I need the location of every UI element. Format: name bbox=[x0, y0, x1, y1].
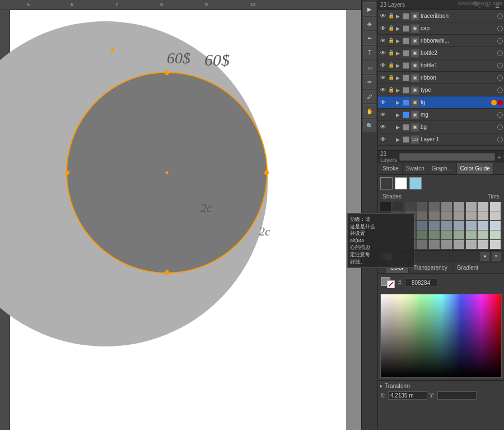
tool-hand[interactable]: ✋ bbox=[363, 104, 376, 118]
layer-eye-fg[interactable]: 👁 bbox=[379, 99, 387, 107]
y-input[interactable] bbox=[437, 391, 477, 400]
swatch-cell[interactable] bbox=[478, 202, 488, 211]
swatch-cell[interactable] bbox=[429, 240, 440, 249]
tool-shape[interactable]: ▭ bbox=[363, 61, 376, 74]
swatch-cell[interactable] bbox=[441, 211, 452, 220]
layer-lock-bottle2[interactable]: 🔒 bbox=[388, 50, 395, 57]
swatch-cell[interactable] bbox=[429, 230, 440, 239]
layer-eye-bottle2[interactable]: 👁 bbox=[379, 49, 387, 57]
swatch-cell[interactable] bbox=[417, 221, 427, 230]
swatch-cell[interactable] bbox=[466, 240, 477, 249]
layer-row-bottle1[interactable]: 👁 🔒 ▶ ▣ bottle1 bbox=[378, 59, 504, 72]
layer-row-type[interactable]: 👁 🔒 ▶ ▣ type bbox=[378, 84, 504, 96]
layer-eye-traceribbon[interactable]: 👁 bbox=[379, 12, 387, 20]
tool-eyedrop[interactable]: 🖊 bbox=[363, 90, 376, 103]
swatch-white[interactable] bbox=[395, 177, 407, 189]
layer-arrow-ribbonwhi[interactable]: ▶ bbox=[396, 38, 402, 44]
layer-eye-type[interactable]: 👁 bbox=[379, 86, 387, 94]
tool-pen[interactable]: ✒ bbox=[363, 31, 376, 45]
canvas-area[interactable]: 5 6 7 8 9 10 60$ 2c bbox=[0, 0, 361, 430]
swatch-cell[interactable] bbox=[417, 230, 427, 239]
tab-color-guide[interactable]: Color Guide bbox=[457, 163, 494, 174]
swatch-cell[interactable] bbox=[490, 221, 501, 230]
layer-eye-mg[interactable]: 👁 bbox=[379, 111, 387, 119]
swatch-cell[interactable] bbox=[466, 211, 477, 220]
swatch-cell[interactable] bbox=[405, 202, 416, 211]
layer-eye-ribbonwhi[interactable]: 👁 bbox=[379, 37, 387, 45]
layer-row-ribbon[interactable]: 👁 🔒 ▶ ▣ ribbon bbox=[378, 72, 504, 84]
tool-type[interactable]: T bbox=[363, 46, 376, 59]
swatch-cell[interactable] bbox=[454, 211, 464, 220]
layer-row-bottle2[interactable]: 👁 🔒 ▶ ▣ bottle2 bbox=[378, 47, 504, 59]
tool-brush[interactable]: ✏ bbox=[363, 75, 376, 89]
swatch-cell[interactable] bbox=[417, 240, 427, 249]
tool-zoom[interactable]: 🔍 bbox=[363, 119, 376, 132]
swatch-cell[interactable] bbox=[417, 202, 427, 211]
swatch-cell[interactable] bbox=[490, 202, 501, 211]
swatch-cell[interactable] bbox=[429, 202, 440, 211]
tab-stroke[interactable]: Stroke bbox=[379, 163, 403, 174]
layer-row-fg[interactable]: 👁 🔒 ▶ ▣ fg bbox=[378, 96, 504, 109]
swatch-cell[interactable] bbox=[429, 221, 440, 230]
layer-lock-ribbonwhi[interactable]: 🔒 bbox=[388, 38, 395, 44]
swatch-light-blue[interactable] bbox=[409, 177, 422, 189]
swatch-cell[interactable] bbox=[417, 211, 427, 220]
layer-eye-bg[interactable]: 👁 bbox=[379, 123, 387, 131]
inner-circle[interactable] bbox=[66, 72, 268, 274]
tab-swatch[interactable]: Swatch bbox=[403, 163, 428, 174]
layer-lock-ribbon[interactable]: 🔒 bbox=[388, 75, 395, 81]
layer-arrow-layer1[interactable]: ▶ bbox=[396, 137, 402, 142]
layer-arrow-bottle2[interactable]: ▶ bbox=[396, 50, 402, 56]
tool-select[interactable]: ▶ bbox=[363, 2, 376, 16]
layer-row-mg[interactable]: 👁 🔒 ▶ ▣ mg bbox=[378, 109, 504, 121]
swatch-cell[interactable] bbox=[441, 221, 452, 230]
layer-arrow-mg[interactable]: ▶ bbox=[396, 112, 402, 118]
swatch-cell[interactable] bbox=[454, 202, 464, 211]
layer-row-bg[interactable]: 👁 🔒 ▶ ▣ bg bbox=[378, 121, 504, 133]
layer-lock-type[interactable]: 🔒 bbox=[388, 87, 395, 94]
layer-row-layer1[interactable]: 👁 🔒 ▶ 123 Layer 1 bbox=[378, 133, 504, 146]
layer-arrow-fg[interactable]: ▶ bbox=[396, 100, 402, 105]
layer-row-ribbonwhi[interactable]: 👁 🔒 ▶ ▣ ribbonwhi... bbox=[378, 35, 504, 47]
layer-arrow-bg[interactable]: ▶ bbox=[396, 124, 402, 130]
swatch-cell[interactable] bbox=[454, 221, 464, 230]
swatch-cell[interactable] bbox=[478, 221, 488, 230]
transform-header[interactable]: ▸ Transform bbox=[380, 383, 502, 389]
swatch-cell[interactable] bbox=[393, 202, 403, 211]
swatch-cell[interactable] bbox=[441, 230, 452, 239]
swatch-cell[interactable] bbox=[490, 211, 501, 220]
swatch-cell[interactable] bbox=[441, 202, 452, 211]
layer-arrow-type[interactable]: ▶ bbox=[396, 87, 402, 93]
tab-transparency[interactable]: Transparency bbox=[409, 262, 452, 273]
layers-list[interactable]: 👁 🔒 ▶ ▣ traceribbon 👁 🔒 ▶ ▣ cap 👁 🔒 ▶ ▣ … bbox=[378, 10, 504, 150]
swatch-cell[interactable] bbox=[478, 240, 488, 249]
swatch-cell[interactable] bbox=[478, 211, 488, 220]
layer-eye-ribbon[interactable]: 👁 bbox=[379, 74, 387, 82]
new-layer-icon[interactable]: + bbox=[497, 152, 501, 161]
layer-arrow-traceribbon[interactable]: ▶ bbox=[396, 13, 402, 19]
layer-eye-layer1[interactable]: 👁 bbox=[379, 136, 387, 144]
layer-lock-bottle1[interactable]: 🔒 bbox=[388, 62, 395, 69]
layer-eye-cap[interactable]: 👁 bbox=[379, 25, 387, 33]
x-input[interactable] bbox=[388, 391, 427, 400]
layer-search-input[interactable] bbox=[399, 153, 495, 161]
layer-row-cap[interactable]: 👁 🔒 ▶ ▣ cap bbox=[378, 22, 504, 35]
swatch-cell[interactable] bbox=[466, 230, 477, 239]
swatch-cell[interactable] bbox=[466, 202, 477, 211]
swatch-cell[interactable] bbox=[454, 240, 464, 249]
swatch-dark[interactable] bbox=[380, 177, 393, 189]
layer-lock-cap[interactable]: 🔒 bbox=[388, 25, 395, 32]
tab-graph[interactable]: Graph… bbox=[428, 163, 457, 174]
swatch-cell[interactable] bbox=[466, 221, 477, 230]
color-spectrum[interactable] bbox=[380, 294, 502, 378]
swatch-cell[interactable] bbox=[490, 240, 501, 249]
tab-gradient[interactable]: Gradient bbox=[452, 262, 483, 273]
swatch-cell[interactable] bbox=[380, 202, 391, 211]
swatch-cell[interactable] bbox=[478, 230, 488, 239]
layer-row-traceribbon[interactable]: 👁 🔒 ▶ ▣ traceribbon bbox=[378, 10, 504, 22]
swatch-cell[interactable] bbox=[441, 240, 452, 249]
layer-arrow-ribbon[interactable]: ▶ bbox=[396, 75, 402, 81]
layer-arrow-cap[interactable]: ▶ bbox=[396, 26, 402, 31]
layer-arrow-bottle1[interactable]: ▶ bbox=[396, 63, 402, 68]
none-btn-2[interactable]: ≡ bbox=[492, 252, 501, 261]
